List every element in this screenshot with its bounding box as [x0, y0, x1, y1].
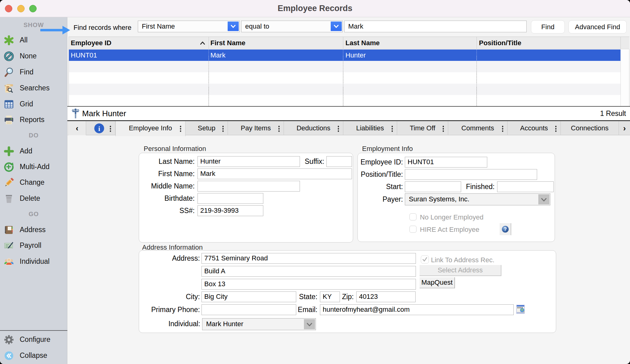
svg-text:i: i [98, 125, 100, 133]
svg-text:?: ? [504, 227, 507, 232]
